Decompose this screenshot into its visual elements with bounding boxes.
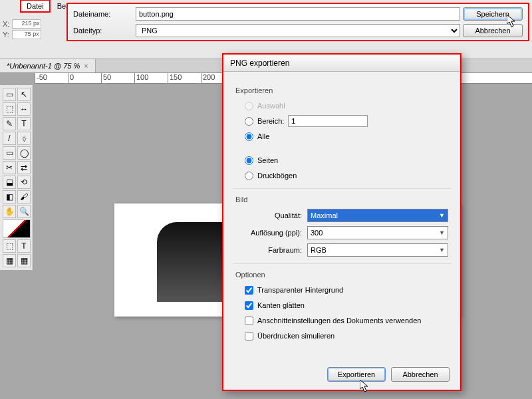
tool-gap[interactable]: ↔ <box>17 102 31 116</box>
radio-range-row[interactable]: Bereich: <box>245 115 448 127</box>
ruler-tick: -50 <box>35 73 68 83</box>
radio-selection-label: Auswahl <box>257 102 285 110</box>
menu-file[interactable]: Datei <box>20 0 51 13</box>
save-button[interactable]: Speichern <box>463 7 523 21</box>
range-input[interactable] <box>288 115 368 127</box>
tool-note[interactable]: ◧ <box>3 190 16 203</box>
tool-type[interactable]: T <box>17 117 31 130</box>
check-antialias-label: Kanten glätten <box>257 301 305 309</box>
check-transparent-row[interactable]: Transparenter Hintergrund <box>245 284 448 296</box>
check-overprint-label: Überdrucken simulieren <box>257 332 334 340</box>
tool-hand[interactable]: ✋ <box>3 205 16 218</box>
filename-label: Dateiname: <box>73 10 133 18</box>
document-tab-label: *Unbenannt-1 @ 75 % <box>7 62 80 70</box>
radio-all-row[interactable]: Alle <box>245 130 448 142</box>
tool-pen[interactable]: ⎀ <box>17 132 31 145</box>
coord-x-label: X: <box>3 20 9 28</box>
radio-all-label: Alle <box>257 132 269 140</box>
cancel-save-button[interactable]: Abbrechen <box>463 24 523 37</box>
top-toolbar-area: Datei Bea X: 215 px Y: 75 px Dateiname: … <box>0 0 532 59</box>
section-export-label: Exportieren <box>235 86 448 94</box>
section-options-label: Optionen <box>235 271 448 279</box>
tool-fill-stroke[interactable] <box>3 219 31 238</box>
resolution-value: 300 <box>311 229 323 237</box>
check-use-bleed[interactable] <box>245 317 253 325</box>
resolution-label: Auflösung (ppi): <box>235 229 302 237</box>
tool-direct-select[interactable]: ↖ <box>17 88 31 101</box>
ruler-tick: 100 <box>134 73 168 83</box>
resolution-select[interactable]: 300 ▼ <box>307 226 448 239</box>
check-simulate-overprint[interactable] <box>245 332 253 340</box>
radio-spreads-label: Druckbögen <box>257 172 297 180</box>
tool-gradient-swatch[interactable]: ⬓ <box>3 176 16 189</box>
chevron-down-icon: ▼ <box>439 212 445 219</box>
radio-range-label: Bereich: <box>257 117 284 125</box>
check-transparent-label: Transparenter Hintergrund <box>257 286 343 294</box>
png-export-dialog: PNG exportieren Exportieren Auswahl Bere… <box>222 53 462 391</box>
save-file-bar: Dateiname: Speichern Dateityp: PNG Abbre… <box>66 3 529 41</box>
radio-spreads[interactable] <box>245 172 253 180</box>
filename-input[interactable] <box>136 7 460 21</box>
tool-panel: ▭ ↖ ⬚ ↔ ✎ T / ⎀ ▭ ◯ ✂ ⇄ ⬓ ⟲ ◧ 🖌 ✋ 🔍 ⬚ T … <box>0 85 33 270</box>
tool-view-mode-a[interactable]: ▦ <box>3 254 16 267</box>
check-bleed-label: Anschnitteinstellungen des Dokuments ver… <box>257 317 421 325</box>
tool-scissors[interactable]: ✂ <box>3 161 16 174</box>
quality-select[interactable]: Maximal ▼ <box>307 209 448 222</box>
radio-spreads-row[interactable]: Druckbögen <box>245 170 448 182</box>
tool-format-text[interactable]: T <box>17 239 31 253</box>
check-antialias-row[interactable]: Kanten glätten <box>245 299 448 311</box>
radio-pages-row[interactable]: Seiten <box>245 154 448 166</box>
quality-label: Qualität: <box>235 211 302 219</box>
tool-format-container[interactable]: ⬚ <box>3 239 16 253</box>
filetype-select[interactable]: PNG <box>136 24 460 37</box>
coord-y-label: Y: <box>3 31 9 39</box>
tool-content-collector[interactable]: ✎ <box>3 117 16 130</box>
coord-x-value[interactable]: 215 px <box>12 19 41 29</box>
tool-ellipse[interactable]: ◯ <box>17 146 31 160</box>
tool-selection[interactable]: ▭ <box>3 88 16 101</box>
colorspace-value: RGB <box>311 246 327 254</box>
tool-rectangle-frame[interactable]: ▭ <box>3 146 16 160</box>
tool-page[interactable]: ⬚ <box>3 102 16 116</box>
cancel-button[interactable]: Abbrechen <box>391 367 450 382</box>
export-button[interactable]: Exportieren <box>327 367 386 382</box>
chevron-down-icon: ▼ <box>439 247 445 253</box>
tool-eyedropper[interactable]: 🖌 <box>17 190 31 203</box>
tool-free-transform[interactable]: ⇄ <box>17 161 31 174</box>
radio-all[interactable] <box>245 132 253 141</box>
chevron-down-icon: ▼ <box>439 229 445 236</box>
quality-value: Maximal <box>311 211 338 219</box>
colorspace-label: Farbraum: <box>235 246 302 254</box>
radio-pages[interactable] <box>245 156 253 165</box>
coord-y-value[interactable]: 75 px <box>12 30 41 39</box>
tool-gradient-feather[interactable]: ⟲ <box>17 176 31 189</box>
ruler-tick: 50 <box>101 73 134 83</box>
ruler-tick: 150 <box>168 73 201 83</box>
check-overprint-row[interactable]: Überdrucken simulieren <box>245 330 448 342</box>
ruler-tick: 0 <box>68 73 101 83</box>
tool-view-mode-b[interactable]: ▦ <box>17 254 31 267</box>
dialog-title: PNG exportieren <box>223 55 460 72</box>
filetype-label: Dateityp: <box>73 27 133 35</box>
colorspace-select[interactable]: RGB ▼ <box>307 243 448 257</box>
tool-zoom[interactable]: 🔍 <box>17 205 31 218</box>
check-bleed-row[interactable]: Anschnitteinstellungen des Dokuments ver… <box>245 315 448 327</box>
radio-selection-row: Auswahl <box>245 100 448 112</box>
check-transparent-bg[interactable] <box>245 286 253 295</box>
radio-range[interactable] <box>245 117 253 126</box>
document-tab[interactable]: *Unbenannt-1 @ 75 % × <box>0 59 96 72</box>
check-antialias[interactable] <box>245 301 253 310</box>
tool-line[interactable]: / <box>3 132 16 145</box>
coordinates-display: X: 215 px Y: 75 px <box>3 19 64 40</box>
close-icon[interactable]: × <box>84 62 88 70</box>
radio-pages-label: Seiten <box>257 156 278 164</box>
section-image-label: Bild <box>235 196 448 203</box>
radio-selection <box>245 102 253 110</box>
